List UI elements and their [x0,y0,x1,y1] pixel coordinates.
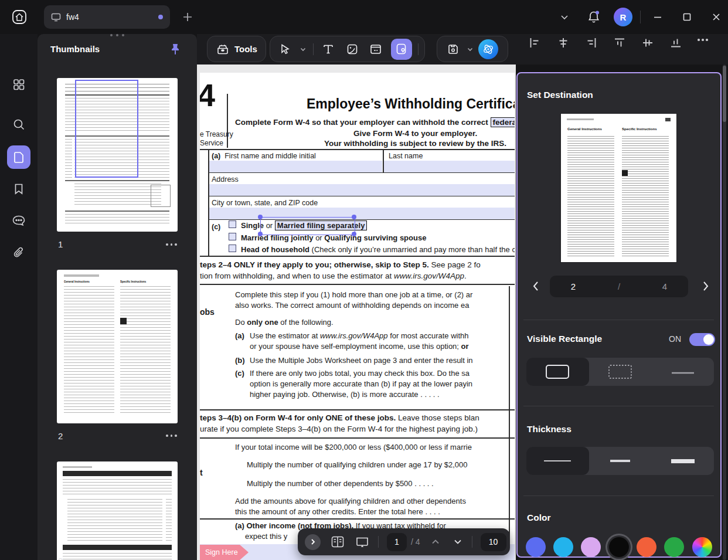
destination-page-pager[interactable]: 2 / 4 [550,276,688,297]
app-window: fw4 R [0,0,728,560]
align-bottom-icon[interactable] [669,36,683,50]
zoom-input[interactable]: 10 [481,533,506,551]
head-of-household-checkbox[interactable] [229,245,236,252]
search-button[interactable] [7,113,30,136]
pager-current[interactable]: 2 [571,281,576,291]
color-swatch-black-selected[interactable] [609,537,629,557]
dashed-rect-icon [608,364,632,379]
thumbnail-1-number: 1 [58,239,63,249]
ai-assistant-button[interactable] [478,39,498,59]
titlebar: fw4 R [0,0,728,34]
titlebar-chevron-down-icon[interactable] [556,8,573,26]
align-right-icon[interactable] [584,36,598,50]
style-solid-rect-option[interactable] [526,358,589,386]
selection-handle[interactable] [258,215,263,219]
tools-label: Tools [234,44,257,54]
save-icon[interactable] [444,40,462,58]
thumbnail-page-1[interactable] [57,78,178,232]
preview-next-chevron-icon[interactable] [700,280,711,293]
annotation-selection-rect[interactable] [260,217,355,235]
thickness-thin-option[interactable] [526,447,589,475]
apps-grid-button[interactable] [7,73,30,96]
toolbar-divider [418,43,419,55]
expand-bar-button[interactable] [305,534,321,550]
last-name-input[interactable] [384,161,515,172]
unsaved-indicator-dot [158,15,163,19]
tools-button[interactable]: Tools [207,36,266,62]
new-tab-button[interactable] [179,8,196,26]
first-name-input[interactable] [209,161,382,172]
grid-icon [12,77,26,91]
thumbnail-view-rectangle[interactable] [75,80,138,178]
select-tool-chevron-icon[interactable] [300,46,307,53]
color-swatch-cyan[interactable] [553,537,573,557]
set-destination-panel: Set Destination General Instructions Spe… [516,72,722,558]
bottom-navigation-bar: 1 / 4 10 [298,528,510,555]
align-center-horizontal-icon[interactable] [556,36,570,50]
align-middle-vertical-icon[interactable] [641,36,655,50]
address-input[interactable] [209,184,515,196]
thumbnail-1-menu-icon[interactable] [166,243,177,246]
underline-icon [671,364,695,379]
selection-handle[interactable] [352,215,356,219]
thickness-thick-option[interactable] [651,447,714,475]
thickness-medium-option[interactable] [589,447,652,475]
home-button[interactable] [7,5,32,29]
married-jointly-checkbox[interactable] [229,233,236,240]
panel-scrollbar[interactable] [723,65,726,560]
color-swatch-lavender[interactable] [581,537,601,557]
select-tool-button[interactable] [276,40,294,58]
save-chevron-icon[interactable] [467,46,474,53]
align-left-icon[interactable] [528,36,542,50]
link-tool-button[interactable] [367,40,385,58]
save-group [437,36,508,62]
thumbnail-page-3[interactable] [57,461,178,560]
link-annotation-box[interactable]: federal in [491,117,515,127]
document-page[interactable]: 4 Employee’s Withholding Certifica Compl… [200,73,515,560]
document-tab[interactable]: fw4 [44,5,170,29]
thumbnail-2-menu-icon[interactable] [166,435,177,437]
selection-handle[interactable] [352,232,356,236]
treasury-line-1: e Treasury [200,130,233,139]
color-swatch-green[interactable] [664,537,684,557]
thumbnails-panel-button[interactable] [7,145,30,169]
minimize-button[interactable] [649,8,666,26]
attachments-button[interactable] [7,242,30,265]
pin-panel-button[interactable] [169,42,182,56]
style-dashed-rect-option[interactable] [589,358,652,386]
ai-swirl-icon [482,43,495,56]
presentation-button[interactable] [355,535,370,549]
thumbnail-page-2[interactable]: General Instructions Specific Instructio… [57,270,178,423]
page-number-input[interactable]: 1 [387,533,407,551]
form-subtitle-1: Complete Form W-4 so that your employer … [235,118,515,127]
panel-drag-handle[interactable] [110,34,124,36]
text-tool-button[interactable] [319,40,337,58]
scrollbar-thumb[interactable] [723,66,726,122]
image-tool-button[interactable] [343,40,361,58]
next-page-chevron-icon[interactable] [453,537,462,547]
selection-handle[interactable] [258,232,263,236]
city-input[interactable] [209,208,515,219]
single-checkbox[interactable] [229,220,236,228]
sign-here-flag[interactable]: Sign Here [200,545,249,560]
more-options-icon[interactable] [698,39,712,53]
maximize-button[interactable] [678,8,696,26]
preview-prev-chevron-icon[interactable] [530,280,541,293]
document-viewport[interactable]: 4 Employee’s Withholding Certifica Compl… [197,65,516,560]
avatar-initial: R [620,12,627,22]
comments-button[interactable] [7,209,30,232]
book-view-button[interactable] [330,535,345,549]
custom-color-picker-swatch[interactable] [692,537,712,557]
style-underline-option[interactable] [651,358,714,386]
bookmarks-button[interactable] [7,177,30,201]
previous-page-chevron-icon[interactable] [431,537,440,547]
destination-page-preview[interactable]: General Instructions Specific Instructio… [561,114,676,262]
destination-tool-button[interactable] [391,39,412,60]
color-swatch-blue[interactable] [526,537,546,557]
close-button[interactable] [707,8,725,26]
avatar[interactable]: R [614,8,632,26]
color-swatch-orange[interactable] [637,537,656,557]
notifications-bell-button[interactable] [585,8,603,26]
align-top-icon[interactable] [613,36,627,50]
visible-rectangle-toggle[interactable] [689,333,715,346]
